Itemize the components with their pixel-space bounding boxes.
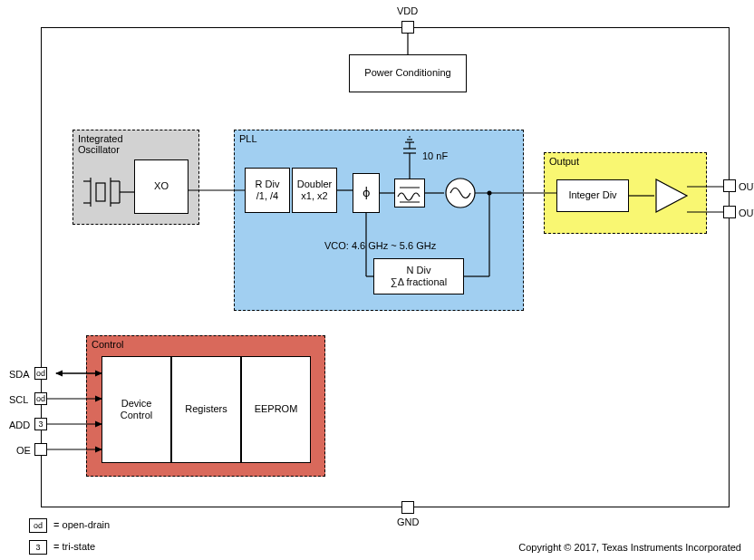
- diagram-canvas: VDD GND OUT0 OUT1 od SDA od SCL 3 ADD OE…: [0, 0, 754, 560]
- legend-od-key: od: [29, 518, 47, 533]
- legend-od: od = open-drain: [29, 518, 110, 533]
- legend-tri: 3 = tri-state: [29, 540, 95, 555]
- legend-od-text: = open-drain: [53, 519, 110, 530]
- legend-tri-key: 3: [29, 540, 47, 555]
- copyright-text: Copyright © 2017, Texas Instruments Inco…: [518, 542, 741, 553]
- wires: [0, 0, 754, 560]
- legend-tri-text: = tri-state: [53, 541, 95, 552]
